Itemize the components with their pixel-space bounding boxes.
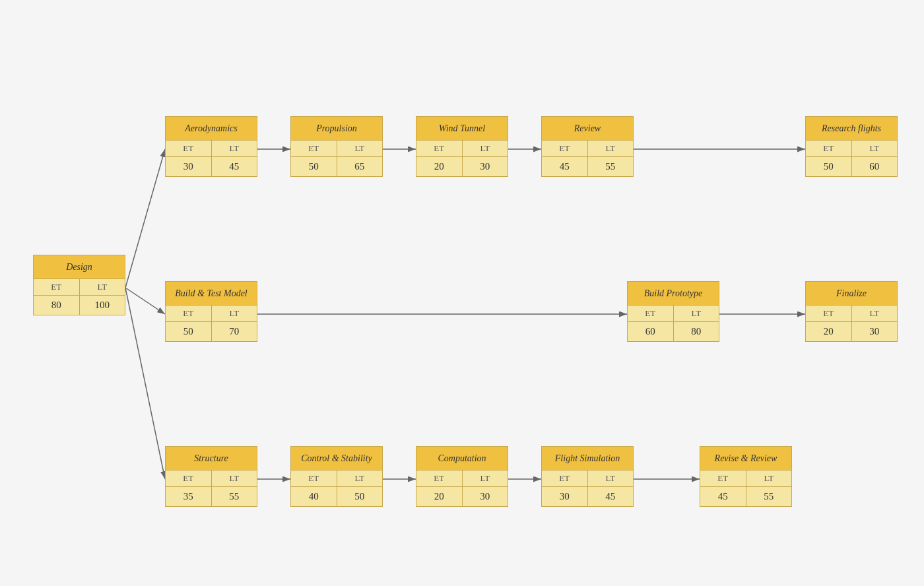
node-lt-val-propulsion: 65 [337, 157, 383, 176]
node-lt-val-computation: 30 [463, 487, 508, 506]
node-title-design: Design [34, 255, 125, 279]
node-et-val-finalize: 20 [806, 322, 852, 341]
node-et-val-build-proto: 60 [628, 322, 674, 341]
node-et-label-research-flights: ET [806, 141, 852, 156]
svg-line-3 [125, 288, 165, 479]
node-aerodynamics: Aerodynamics ET LT 30 45 [165, 116, 257, 177]
node-lt-label-computation: LT [463, 471, 508, 486]
node-design: Design ET LT 80 100 [33, 255, 125, 315]
node-build-proto: Build Prototype ET LT 60 80 [627, 281, 719, 342]
diagram: Design ET LT 80 100 Aerodynamics ET LT 3… [7, 30, 917, 558]
node-et-label-build-test: ET [166, 306, 212, 321]
node-lt-val-finalize: 30 [852, 322, 898, 341]
node-title-build-proto: Build Prototype [628, 282, 719, 306]
node-lt-label-aerodynamics: LT [212, 141, 257, 156]
svg-line-1 [125, 149, 165, 288]
node-lt-val-structure: 55 [212, 487, 257, 506]
node-et-val-propulsion: 50 [291, 157, 337, 176]
node-lt-label-build-test: LT [212, 306, 257, 321]
node-lt-label-flight-sim: LT [588, 471, 634, 486]
node-et-val-revise-review: 45 [700, 487, 746, 506]
node-lt-label-design: LT [80, 279, 125, 295]
node-lt-val-flight-sim: 45 [588, 487, 634, 506]
node-title-finalize: Finalize [806, 282, 897, 306]
node-et-val-flight-sim: 30 [542, 487, 588, 506]
node-et-val-aerodynamics: 30 [166, 157, 212, 176]
node-lt-label-revise-review: LT [746, 471, 792, 486]
node-et-label-structure: ET [166, 471, 212, 486]
node-lt-label-build-proto: LT [674, 306, 719, 321]
node-lt-label-propulsion: LT [337, 141, 383, 156]
node-et-label-flight-sim: ET [542, 471, 588, 486]
node-structure: Structure ET LT 35 55 [165, 446, 257, 507]
node-lt-label-structure: LT [212, 471, 257, 486]
node-flight-sim: Flight Simulation ET LT 30 45 [541, 446, 634, 507]
node-title-aerodynamics: Aerodynamics [166, 117, 257, 141]
node-et-val-build-test: 50 [166, 322, 212, 341]
node-lt-val-revise-review: 55 [746, 487, 792, 506]
node-title-wind-tunnel: Wind Tunnel [416, 117, 508, 141]
node-et-label-finalize: ET [806, 306, 852, 321]
node-lt-val-build-test: 70 [212, 322, 257, 341]
node-title-review: Review [542, 117, 633, 141]
node-et-label-review: ET [542, 141, 588, 156]
svg-line-2 [125, 288, 165, 314]
node-title-research-flights: Research flights [806, 117, 897, 141]
node-title-structure: Structure [166, 447, 257, 471]
node-build-test: Build & Test Model ET LT 50 70 [165, 281, 257, 342]
node-et-val-wind-tunnel: 20 [416, 157, 463, 176]
node-research-flights: Research flights ET LT 50 60 [805, 116, 898, 177]
node-et-label-computation: ET [416, 471, 463, 486]
node-lt-label-review: LT [588, 141, 634, 156]
node-lt-val-research-flights: 60 [852, 157, 898, 176]
node-lt-label-research-flights: LT [852, 141, 898, 156]
node-review: Review ET LT 45 55 [541, 116, 634, 177]
node-title-build-test: Build & Test Model [166, 282, 257, 306]
node-lt-label-wind-tunnel: LT [463, 141, 508, 156]
node-et-val-review: 45 [542, 157, 588, 176]
node-revise-review: Revise & Review ET LT 45 55 [700, 446, 792, 507]
node-lt-label-control: LT [337, 471, 383, 486]
node-lt-val-review: 55 [588, 157, 634, 176]
node-et-label-design: ET [34, 279, 80, 295]
node-et-val-structure: 35 [166, 487, 212, 506]
node-lt-val-wind-tunnel: 30 [463, 157, 508, 176]
node-lt-val-build-proto: 80 [674, 322, 719, 341]
node-et-val-design: 80 [34, 296, 80, 315]
node-computation: Computation ET LT 20 30 [416, 446, 508, 507]
node-lt-val-control: 50 [337, 487, 383, 506]
node-et-label-propulsion: ET [291, 141, 337, 156]
node-control: Control & Stability ET LT 40 50 [290, 446, 383, 507]
node-title-control: Control & Stability [291, 447, 382, 471]
node-propulsion: Propulsion ET LT 50 65 [290, 116, 383, 177]
node-finalize: Finalize ET LT 20 30 [805, 281, 898, 342]
node-title-revise-review: Revise & Review [700, 447, 791, 471]
node-lt-val-aerodynamics: 45 [212, 157, 257, 176]
node-et-label-revise-review: ET [700, 471, 746, 486]
node-et-label-aerodynamics: ET [166, 141, 212, 156]
node-title-propulsion: Propulsion [291, 117, 382, 141]
node-title-computation: Computation [416, 447, 508, 471]
node-title-flight-sim: Flight Simulation [542, 447, 633, 471]
node-et-label-wind-tunnel: ET [416, 141, 463, 156]
node-et-label-build-proto: ET [628, 306, 674, 321]
node-et-val-control: 40 [291, 487, 337, 506]
node-et-val-computation: 20 [416, 487, 463, 506]
node-lt-label-finalize: LT [852, 306, 898, 321]
node-et-val-research-flights: 50 [806, 157, 852, 176]
node-lt-val-design: 100 [80, 296, 125, 315]
node-et-label-control: ET [291, 471, 337, 486]
node-wind-tunnel: Wind Tunnel ET LT 20 30 [416, 116, 508, 177]
